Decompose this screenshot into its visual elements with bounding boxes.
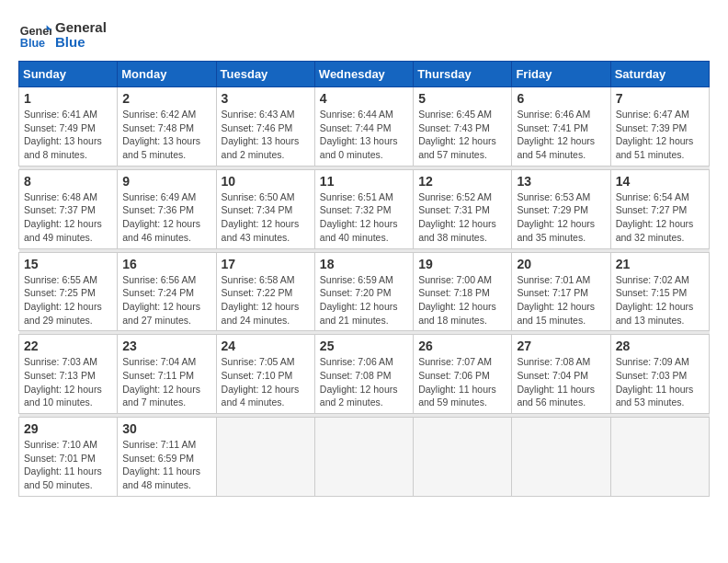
weekday-header-monday: Monday [118,62,216,87]
calendar-day-cell: 24 Sunrise: 7:05 AM Sunset: 7:10 PM Dayl… [216,335,314,414]
calendar-day-cell [314,418,413,497]
day-number: 9 [122,174,210,189]
day-info: Sunrise: 7:07 AM Sunset: 7:06 PM Dayligh… [418,355,506,409]
calendar-day-cell: 30 Sunrise: 7:11 AM Sunset: 6:59 PM Dayl… [118,418,216,497]
day-number: 13 [517,174,605,189]
day-info: Sunrise: 7:05 AM Sunset: 7:10 PM Dayligh… [222,355,310,409]
weekday-header-friday: Friday [512,62,610,87]
day-number: 10 [222,174,310,189]
calendar-day-cell [414,418,512,497]
day-number: 2 [122,91,210,106]
calendar-day-cell: 18 Sunrise: 6:59 AM Sunset: 7:20 PM Dayl… [314,252,413,331]
calendar-day-cell: 26 Sunrise: 7:07 AM Sunset: 7:06 PM Dayl… [414,335,512,414]
calendar-table: SundayMondayTuesdayWednesdayThursdayFrid… [18,61,710,497]
day-number: 7 [616,91,704,106]
day-number: 24 [222,339,310,353]
day-info: Sunrise: 7:11 AM Sunset: 6:59 PM Dayligh… [122,438,210,492]
day-info: Sunrise: 7:01 AM Sunset: 7:17 PM Dayligh… [517,273,605,327]
day-number: 3 [222,91,310,106]
calendar-day-cell: 5 Sunrise: 6:45 AM Sunset: 7:43 PM Dayli… [414,87,512,167]
calendar-day-cell: 1 Sunrise: 6:41 AM Sunset: 7:49 PM Dayli… [19,87,118,167]
calendar-day-cell: 22 Sunrise: 7:03 AM Sunset: 7:13 PM Dayl… [19,335,118,414]
day-info: Sunrise: 6:54 AM Sunset: 7:27 PM Dayligh… [616,190,704,245]
calendar-day-cell: 28 Sunrise: 7:09 AM Sunset: 7:03 PM Dayl… [610,335,709,414]
day-info: Sunrise: 7:10 AM Sunset: 7:01 PM Dayligh… [24,438,112,492]
day-number: 23 [122,339,210,353]
day-number: 26 [418,339,506,353]
day-info: Sunrise: 6:51 AM Sunset: 7:32 PM Dayligh… [320,190,408,245]
weekday-header-saturday: Saturday [610,62,709,87]
day-number: 14 [616,174,704,189]
logo-icon: General Blue [18,18,51,52]
calendar-day-cell: 9 Sunrise: 6:49 AM Sunset: 7:36 PM Dayli… [118,169,216,248]
day-info: Sunrise: 6:56 AM Sunset: 7:24 PM Dayligh… [122,273,210,327]
calendar-day-cell: 27 Sunrise: 7:08 AM Sunset: 7:04 PM Dayl… [512,335,610,414]
weekday-header-thursday: Thursday [414,62,512,87]
calendar-week-row: 29 Sunrise: 7:10 AM Sunset: 7:01 PM Dayl… [19,418,710,497]
calendar-day-cell: 16 Sunrise: 6:56 AM Sunset: 7:24 PM Dayl… [118,252,216,331]
day-info: Sunrise: 7:09 AM Sunset: 7:03 PM Dayligh… [616,355,704,409]
day-number: 22 [24,339,112,353]
day-number: 11 [320,174,408,189]
logo: General Blue General Blue [18,18,107,52]
day-number: 5 [418,91,506,106]
day-number: 6 [517,91,605,106]
calendar-week-row: 8 Sunrise: 6:48 AM Sunset: 7:37 PM Dayli… [19,169,710,248]
weekday-header-tuesday: Tuesday [216,62,314,87]
day-number: 16 [122,257,210,271]
calendar-day-cell: 14 Sunrise: 6:54 AM Sunset: 7:27 PM Dayl… [610,169,709,248]
day-number: 30 [122,421,210,436]
day-number: 28 [616,339,704,353]
calendar-week-row: 1 Sunrise: 6:41 AM Sunset: 7:49 PM Dayli… [19,87,710,167]
calendar-day-cell: 10 Sunrise: 6:50 AM Sunset: 7:34 PM Dayl… [216,169,314,248]
day-info: Sunrise: 7:06 AM Sunset: 7:08 PM Dayligh… [320,355,408,409]
calendar-day-cell: 13 Sunrise: 6:53 AM Sunset: 7:29 PM Dayl… [512,169,610,248]
calendar-day-cell: 25 Sunrise: 7:06 AM Sunset: 7:08 PM Dayl… [314,335,413,414]
svg-text:Blue: Blue [20,37,45,50]
day-number: 4 [320,91,408,106]
day-info: Sunrise: 6:42 AM Sunset: 7:48 PM Dayligh… [122,108,210,162]
day-info: Sunrise: 7:08 AM Sunset: 7:04 PM Dayligh… [517,355,605,409]
day-info: Sunrise: 6:49 AM Sunset: 7:36 PM Dayligh… [122,190,210,245]
day-number: 21 [616,257,704,271]
day-number: 18 [320,257,408,271]
day-info: Sunrise: 6:43 AM Sunset: 7:46 PM Dayligh… [222,108,310,162]
calendar-day-cell: 7 Sunrise: 6:47 AM Sunset: 7:39 PM Dayli… [610,87,709,167]
calendar-day-cell: 15 Sunrise: 6:55 AM Sunset: 7:25 PM Dayl… [19,252,118,331]
day-info: Sunrise: 6:48 AM Sunset: 7:37 PM Dayligh… [24,190,112,245]
day-number: 1 [24,91,112,106]
calendar-day-cell: 6 Sunrise: 6:46 AM Sunset: 7:41 PM Dayli… [512,87,610,167]
day-number: 12 [418,174,506,189]
day-info: Sunrise: 6:41 AM Sunset: 7:49 PM Dayligh… [24,108,112,162]
calendar-week-row: 22 Sunrise: 7:03 AM Sunset: 7:13 PM Dayl… [19,335,710,414]
calendar-day-cell: 23 Sunrise: 7:04 AM Sunset: 7:11 PM Dayl… [118,335,216,414]
day-info: Sunrise: 6:52 AM Sunset: 7:31 PM Dayligh… [418,190,506,245]
page-header: General Blue General Blue [18,18,710,52]
day-info: Sunrise: 7:00 AM Sunset: 7:18 PM Dayligh… [418,273,506,327]
day-number: 29 [24,421,112,436]
day-info: Sunrise: 6:46 AM Sunset: 7:41 PM Dayligh… [517,108,605,162]
day-info: Sunrise: 6:47 AM Sunset: 7:39 PM Dayligh… [616,108,704,162]
day-number: 25 [320,339,408,353]
calendar-day-cell: 11 Sunrise: 6:51 AM Sunset: 7:32 PM Dayl… [314,169,413,248]
calendar-day-cell: 4 Sunrise: 6:44 AM Sunset: 7:44 PM Dayli… [314,87,413,167]
calendar-day-cell [610,418,709,497]
calendar-day-cell: 19 Sunrise: 7:00 AM Sunset: 7:18 PM Dayl… [414,252,512,331]
calendar-day-cell [216,418,314,497]
weekday-header-row: SundayMondayTuesdayWednesdayThursdayFrid… [19,62,710,87]
weekday-header-wednesday: Wednesday [314,62,413,87]
day-number: 20 [517,257,605,271]
day-info: Sunrise: 6:45 AM Sunset: 7:43 PM Dayligh… [418,108,506,162]
day-info: Sunrise: 6:55 AM Sunset: 7:25 PM Dayligh… [24,273,112,327]
calendar-day-cell: 29 Sunrise: 7:10 AM Sunset: 7:01 PM Dayl… [19,418,118,497]
calendar-day-cell: 12 Sunrise: 6:52 AM Sunset: 7:31 PM Dayl… [414,169,512,248]
weekday-header-sunday: Sunday [19,62,118,87]
day-info: Sunrise: 6:58 AM Sunset: 7:22 PM Dayligh… [222,273,310,327]
calendar-day-cell [512,418,610,497]
calendar-day-cell: 3 Sunrise: 6:43 AM Sunset: 7:46 PM Dayli… [216,87,314,167]
day-number: 19 [418,257,506,271]
calendar-week-row: 15 Sunrise: 6:55 AM Sunset: 7:25 PM Dayl… [19,252,710,331]
calendar-day-cell: 17 Sunrise: 6:58 AM Sunset: 7:22 PM Dayl… [216,252,314,331]
day-info: Sunrise: 6:53 AM Sunset: 7:29 PM Dayligh… [517,190,605,245]
day-number: 8 [24,174,112,189]
